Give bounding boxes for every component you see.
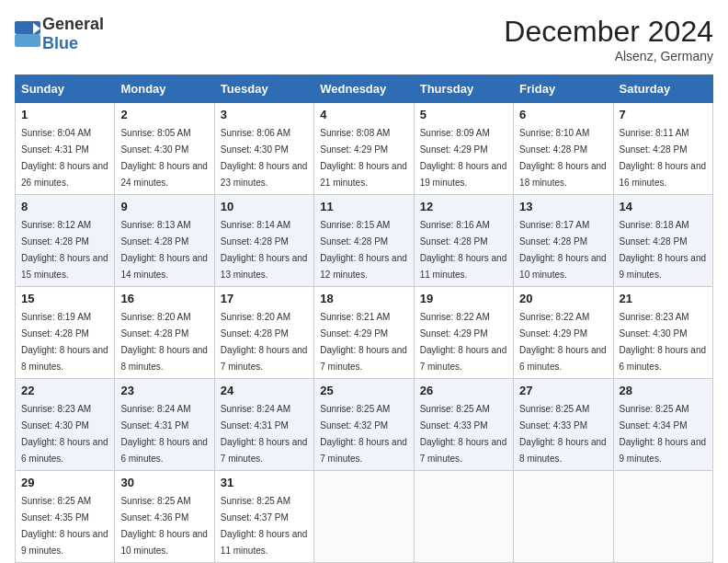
day-number: 8 bbox=[21, 200, 108, 213]
day-info: Sunrise: 8:14 AMSunset: 4:28 PMDaylight:… bbox=[221, 220, 308, 280]
day-info: Sunrise: 8:20 AMSunset: 4:28 PMDaylight:… bbox=[221, 312, 308, 372]
calendar-cell: 3Sunrise: 8:06 AMSunset: 4:30 PMDaylight… bbox=[214, 103, 313, 195]
day-info: Sunrise: 8:04 AMSunset: 4:31 PMDaylight:… bbox=[21, 128, 108, 188]
calendar-cell: 21Sunrise: 8:23 AMSunset: 4:30 PMDayligh… bbox=[613, 287, 712, 379]
day-number: 5 bbox=[420, 108, 507, 121]
day-info: Sunrise: 8:10 AMSunset: 4:28 PMDaylight:… bbox=[519, 128, 607, 188]
day-number: 6 bbox=[519, 108, 607, 121]
day-number: 25 bbox=[320, 384, 407, 397]
day-info: Sunrise: 8:24 AMSunset: 4:31 PMDaylight:… bbox=[120, 404, 208, 464]
day-number: 23 bbox=[120, 384, 208, 397]
day-info: Sunrise: 8:20 AMSunset: 4:28 PMDaylight:… bbox=[120, 312, 208, 372]
calendar-cell: 8Sunrise: 8:12 AMSunset: 4:28 PMDaylight… bbox=[16, 195, 115, 287]
day-info: Sunrise: 8:18 AMSunset: 4:28 PMDaylight:… bbox=[620, 220, 707, 280]
day-info: Sunrise: 8:15 AMSunset: 4:28 PMDaylight:… bbox=[320, 220, 407, 280]
calendar-header-row: SundayMondayTuesdayWednesdayThursdayFrid… bbox=[16, 75, 713, 103]
calendar-cell: 19Sunrise: 8:22 AMSunset: 4:29 PMDayligh… bbox=[414, 287, 513, 379]
calendar-cell: 30Sunrise: 8:25 AMSunset: 4:36 PMDayligh… bbox=[115, 471, 214, 563]
col-header-friday: Friday bbox=[514, 75, 613, 103]
day-number: 1 bbox=[21, 108, 108, 121]
calendar-cell bbox=[314, 471, 414, 563]
day-info: Sunrise: 8:16 AMSunset: 4:28 PMDaylight:… bbox=[420, 220, 507, 280]
day-number: 30 bbox=[120, 476, 208, 489]
calendar-cell: 24Sunrise: 8:24 AMSunset: 4:31 PMDayligh… bbox=[214, 379, 313, 471]
calendar-cell: 12Sunrise: 8:16 AMSunset: 4:28 PMDayligh… bbox=[414, 195, 513, 287]
day-number: 11 bbox=[320, 200, 407, 213]
calendar-cell: 31Sunrise: 8:25 AMSunset: 4:37 PMDayligh… bbox=[214, 471, 313, 563]
title-block: December 2024 Alsenz, Germany bbox=[504, 15, 713, 63]
day-number: 17 bbox=[221, 292, 308, 305]
calendar-cell bbox=[414, 471, 513, 563]
calendar-cell: 11Sunrise: 8:15 AMSunset: 4:28 PMDayligh… bbox=[314, 195, 414, 287]
day-number: 16 bbox=[120, 292, 208, 305]
month-title: December 2024 bbox=[504, 15, 713, 49]
day-info: Sunrise: 8:25 AMSunset: 4:32 PMDaylight:… bbox=[320, 404, 407, 464]
day-number: 22 bbox=[21, 384, 108, 397]
location-title: Alsenz, Germany bbox=[504, 49, 713, 63]
calendar-cell: 17Sunrise: 8:20 AMSunset: 4:28 PMDayligh… bbox=[214, 287, 313, 379]
col-header-thursday: Thursday bbox=[414, 75, 513, 103]
page-header: General Blue December 2024 Alsenz, Germa… bbox=[15, 15, 713, 63]
day-number: 4 bbox=[320, 108, 407, 121]
calendar-cell bbox=[514, 471, 613, 563]
day-number: 9 bbox=[120, 200, 208, 213]
col-header-sunday: Sunday bbox=[16, 75, 115, 103]
day-number: 3 bbox=[221, 108, 308, 121]
calendar-cell: 9Sunrise: 8:13 AMSunset: 4:28 PMDaylight… bbox=[115, 195, 214, 287]
day-info: Sunrise: 8:19 AMSunset: 4:28 PMDaylight:… bbox=[21, 312, 108, 372]
day-info: Sunrise: 8:23 AMSunset: 4:30 PMDaylight:… bbox=[620, 312, 707, 372]
day-info: Sunrise: 8:25 AMSunset: 4:37 PMDaylight:… bbox=[221, 496, 308, 556]
day-info: Sunrise: 8:17 AMSunset: 4:28 PMDaylight:… bbox=[519, 220, 607, 280]
day-info: Sunrise: 8:12 AMSunset: 4:28 PMDaylight:… bbox=[21, 220, 108, 280]
col-header-tuesday: Tuesday bbox=[214, 75, 313, 103]
calendar-cell: 2Sunrise: 8:05 AMSunset: 4:30 PMDaylight… bbox=[115, 103, 214, 195]
day-info: Sunrise: 8:25 AMSunset: 4:36 PMDaylight:… bbox=[120, 496, 208, 556]
day-info: Sunrise: 8:05 AMSunset: 4:30 PMDaylight:… bbox=[120, 128, 208, 188]
day-info: Sunrise: 8:23 AMSunset: 4:30 PMDaylight:… bbox=[21, 404, 108, 464]
day-number: 21 bbox=[620, 292, 707, 305]
calendar-week-row: 8Sunrise: 8:12 AMSunset: 4:28 PMDaylight… bbox=[16, 195, 713, 287]
calendar-cell: 16Sunrise: 8:20 AMSunset: 4:28 PMDayligh… bbox=[115, 287, 214, 379]
day-number: 29 bbox=[21, 476, 108, 489]
day-number: 10 bbox=[221, 200, 308, 213]
calendar-cell: 22Sunrise: 8:23 AMSunset: 4:30 PMDayligh… bbox=[16, 379, 115, 471]
day-info: Sunrise: 8:24 AMSunset: 4:31 PMDaylight:… bbox=[221, 404, 308, 464]
calendar-week-row: 15Sunrise: 8:19 AMSunset: 4:28 PMDayligh… bbox=[16, 287, 713, 379]
day-info: Sunrise: 8:08 AMSunset: 4:29 PMDaylight:… bbox=[320, 128, 407, 188]
calendar-cell: 25Sunrise: 8:25 AMSunset: 4:32 PMDayligh… bbox=[314, 379, 414, 471]
day-info: Sunrise: 8:22 AMSunset: 4:29 PMDaylight:… bbox=[420, 312, 507, 372]
day-info: Sunrise: 8:13 AMSunset: 4:28 PMDaylight:… bbox=[120, 220, 208, 280]
calendar-cell: 27Sunrise: 8:25 AMSunset: 4:33 PMDayligh… bbox=[514, 379, 613, 471]
calendar-cell bbox=[613, 471, 712, 563]
day-number: 20 bbox=[519, 292, 607, 305]
calendar-cell: 6Sunrise: 8:10 AMSunset: 4:28 PMDaylight… bbox=[514, 103, 613, 195]
day-number: 18 bbox=[320, 292, 407, 305]
day-number: 31 bbox=[221, 476, 308, 489]
day-info: Sunrise: 8:25 AMSunset: 4:33 PMDaylight:… bbox=[519, 404, 607, 464]
logo-blue: Blue bbox=[42, 34, 78, 52]
day-info: Sunrise: 8:21 AMSunset: 4:29 PMDaylight:… bbox=[320, 312, 407, 372]
calendar-cell: 23Sunrise: 8:24 AMSunset: 4:31 PMDayligh… bbox=[115, 379, 214, 471]
col-header-saturday: Saturday bbox=[613, 75, 712, 103]
day-number: 14 bbox=[620, 200, 707, 213]
day-info: Sunrise: 8:22 AMSunset: 4:29 PMDaylight:… bbox=[519, 312, 607, 372]
calendar-cell: 18Sunrise: 8:21 AMSunset: 4:29 PMDayligh… bbox=[314, 287, 414, 379]
calendar-cell: 28Sunrise: 8:25 AMSunset: 4:34 PMDayligh… bbox=[613, 379, 712, 471]
day-number: 2 bbox=[120, 108, 208, 121]
logo-general: General bbox=[42, 15, 104, 33]
day-info: Sunrise: 8:25 AMSunset: 4:35 PMDaylight:… bbox=[21, 496, 108, 556]
day-info: Sunrise: 8:06 AMSunset: 4:30 PMDaylight:… bbox=[221, 128, 308, 188]
day-number: 15 bbox=[21, 292, 108, 305]
logo-text: General Blue bbox=[42, 15, 104, 53]
calendar-cell: 14Sunrise: 8:18 AMSunset: 4:28 PMDayligh… bbox=[613, 195, 712, 287]
day-info: Sunrise: 8:25 AMSunset: 4:34 PMDaylight:… bbox=[620, 404, 707, 464]
calendar-cell: 13Sunrise: 8:17 AMSunset: 4:28 PMDayligh… bbox=[514, 195, 613, 287]
calendar-cell: 29Sunrise: 8:25 AMSunset: 4:35 PMDayligh… bbox=[16, 471, 115, 563]
calendar-cell: 4Sunrise: 8:08 AMSunset: 4:29 PMDaylight… bbox=[314, 103, 414, 195]
logo: General Blue bbox=[15, 15, 104, 53]
day-info: Sunrise: 8:25 AMSunset: 4:33 PMDaylight:… bbox=[420, 404, 507, 464]
logo-icon bbox=[15, 21, 40, 47]
day-number: 13 bbox=[519, 200, 607, 213]
col-header-monday: Monday bbox=[115, 75, 214, 103]
day-info: Sunrise: 8:11 AMSunset: 4:28 PMDaylight:… bbox=[620, 128, 707, 188]
